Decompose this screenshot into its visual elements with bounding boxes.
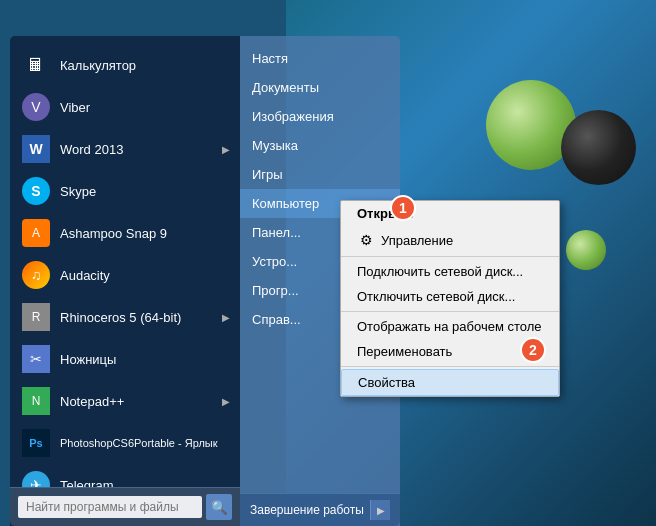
manage-icon: ⚙ (357, 231, 375, 249)
ctx-manage[interactable]: ⚙ Управление (341, 226, 559, 254)
shutdown-button[interactable]: Завершение работы (250, 503, 366, 517)
photoshop-label: PhotoshopCS6Portable - Ярлык (60, 437, 230, 449)
badge-1: 1 (390, 195, 416, 221)
rhinoceros-arrow: ▶ (222, 312, 230, 323)
badge-1-label: 1 (399, 200, 407, 216)
telegram-label: Telegram (60, 478, 230, 488)
ctx-show-desktop[interactable]: Отображать на рабочем столе (341, 314, 559, 339)
program-list: 🖩 Калькулятор V Viber W Word 2013 ▶ S Sk… (10, 36, 240, 487)
viber-icon: V (20, 91, 52, 123)
right-item-images[interactable]: Изображения (240, 102, 400, 131)
skype-icon: S (20, 175, 52, 207)
audacity-label: Audacity (60, 268, 230, 283)
rhinoceros-icon: R (20, 301, 52, 333)
right-item-docs[interactable]: Документы (240, 73, 400, 102)
scissors-label: Ножницы (60, 352, 230, 367)
ctx-separator-3 (341, 366, 559, 367)
ctx-show-desktop-label: Отображать на рабочем столе (357, 319, 542, 334)
search-button[interactable]: 🔍 (206, 494, 232, 520)
ctx-rename-label: Переименовать (357, 344, 452, 359)
menu-item-skype[interactable]: S Skype (10, 170, 240, 212)
menu-item-photoshop[interactable]: Ps PhotoshopCS6Portable - Ярлык (10, 422, 240, 464)
orb-green-small (566, 230, 606, 270)
right-item-nastya[interactable]: Настя (240, 44, 400, 73)
menu-item-word[interactable]: W Word 2013 ▶ (10, 128, 240, 170)
menu-item-notepad[interactable]: N Notepad++ ▶ (10, 380, 240, 422)
right-item-panel-label: Панел... (252, 225, 301, 240)
calculator-label: Калькулятор (60, 58, 230, 73)
menu-item-calculator[interactable]: 🖩 Калькулятор (10, 44, 240, 86)
ctx-manage-label: Управление (381, 233, 453, 248)
badge-2: 2 (520, 337, 546, 363)
right-item-programs-label: Прогр... (252, 283, 299, 298)
context-menu: Открыть ⚙ Управление Подключить сетевой … (340, 200, 560, 397)
badge-2-label: 2 (529, 342, 537, 358)
ashampoo-icon: A (20, 217, 52, 249)
ctx-connect-net[interactable]: Подключить сетевой диск... (341, 259, 559, 284)
skype-label: Skype (60, 184, 230, 199)
right-item-devices-label: Устро... (252, 254, 297, 269)
ctx-open[interactable]: Открыть (341, 201, 559, 226)
calculator-icon: 🖩 (20, 49, 52, 81)
orb-dark-large (561, 110, 636, 185)
notepad-label: Notepad++ (60, 394, 222, 409)
ctx-separator-2 (341, 311, 559, 312)
rhinoceros-label: Rhinoceros 5 (64-bit) (60, 310, 222, 325)
viber-label: Viber (60, 100, 230, 115)
scissors-icon: ✂ (20, 343, 52, 375)
menu-item-ashampoo[interactable]: A Ashampoo Snap 9 (10, 212, 240, 254)
menu-item-rhinoceros[interactable]: R Rhinoceros 5 (64-bit) ▶ (10, 296, 240, 338)
search-bar: 🔍 (10, 487, 240, 526)
word-label: Word 2013 (60, 142, 222, 157)
right-item-help-label: Справ... (252, 312, 301, 327)
menu-item-audacity[interactable]: ♫ Audacity (10, 254, 240, 296)
menu-item-viber[interactable]: V Viber (10, 86, 240, 128)
notepad-arrow: ▶ (222, 396, 230, 407)
telegram-icon: ✈ (20, 469, 52, 487)
right-item-music[interactable]: Музыка (240, 131, 400, 160)
word-icon: W (20, 133, 52, 165)
ctx-separator-1 (341, 256, 559, 257)
right-item-games-label: Игры (252, 167, 283, 182)
word-arrow: ▶ (222, 144, 230, 155)
ashampoo-label: Ashampoo Snap 9 (60, 226, 230, 241)
right-item-nastya-label: Настя (252, 51, 288, 66)
left-panel: 🖩 Калькулятор V Viber W Word 2013 ▶ S Sk… (10, 36, 240, 526)
menu-item-telegram[interactable]: ✈ Telegram (10, 464, 240, 487)
audacity-icon: ♫ (20, 259, 52, 291)
search-input[interactable] (18, 496, 202, 518)
ctx-properties[interactable]: Свойства (341, 369, 559, 396)
ctx-properties-label: Свойства (358, 375, 415, 390)
ctx-disconnect-net-label: Отключить сетевой диск... (357, 289, 515, 304)
right-item-games[interactable]: Игры (240, 160, 400, 189)
desktop: 🖩 Калькулятор V Viber W Word 2013 ▶ S Sk… (0, 0, 656, 526)
right-item-images-label: Изображения (252, 109, 334, 124)
photoshop-icon: Ps (20, 427, 52, 459)
menu-item-scissors[interactable]: ✂ Ножницы (10, 338, 240, 380)
shutdown-arrow-button[interactable]: ▶ (370, 500, 390, 520)
ctx-disconnect-net[interactable]: Отключить сетевой диск... (341, 284, 559, 309)
notepad-icon: N (20, 385, 52, 417)
right-item-computer-label: Компьютер (252, 196, 319, 211)
shutdown-bar: Завершение работы ▶ (240, 493, 400, 526)
right-item-music-label: Музыка (252, 138, 298, 153)
ctx-connect-net-label: Подключить сетевой диск... (357, 264, 523, 279)
right-item-docs-label: Документы (252, 80, 319, 95)
